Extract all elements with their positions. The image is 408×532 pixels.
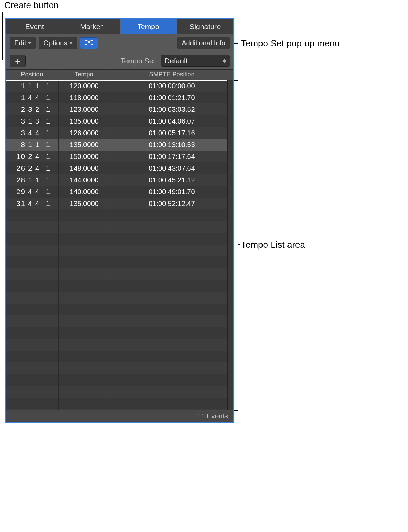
cell-smpte: 01:00:17:17.64 <box>110 153 233 161</box>
edit-menu[interactable]: Edit <box>10 37 36 49</box>
cell-position: 2 3 2 <box>6 106 40 114</box>
cell-smpte: 01:00:01:21.70 <box>110 94 233 102</box>
cell-tempo: 135.0000 <box>58 141 110 149</box>
cell-position-sub: 1 <box>41 106 55 114</box>
table-row[interactable]: 29 4 41140.000001:00:49:01.70 <box>6 186 233 198</box>
additional-info-button[interactable]: Additional Info <box>177 37 230 49</box>
create-button[interactable]: ＋ <box>10 55 26 67</box>
empty-row <box>6 409 233 410</box>
callout-tempo-set-menu: Tempo Set pop-up menu <box>241 38 340 49</box>
filter-icon <box>85 39 94 47</box>
event-count: 11 Events <box>197 412 228 420</box>
tab-marker[interactable]: Marker <box>63 19 120 34</box>
empty-row <box>6 351 233 362</box>
table-row[interactable]: 8 1 11135.000001:00:13:10.53 <box>6 139 233 151</box>
edit-menu-label: Edit <box>14 39 26 47</box>
table-row[interactable]: 3 1 31135.000001:00:04:06.07 <box>6 115 233 127</box>
empty-row <box>6 292 233 304</box>
tab-event[interactable]: Event <box>6 19 63 34</box>
cell-position: 28 1 1 <box>6 176 40 184</box>
table-row[interactable]: 31 4 41135.000001:00:52:12.47 <box>6 198 233 209</box>
cell-position: 3 1 3 <box>6 117 40 125</box>
column-header: Position Tempo SMPTE Position <box>6 70 233 80</box>
cell-position-sub: 1 <box>41 94 55 102</box>
callout-create-button: Create button <box>4 0 59 11</box>
cell-tempo: 148.0000 <box>58 164 110 172</box>
plus-icon: ＋ <box>13 56 22 65</box>
empty-row <box>6 386 233 398</box>
empty-row <box>6 245 233 256</box>
cell-tempo: 126.0000 <box>58 129 110 137</box>
cell-tempo: 135.0000 <box>58 117 110 125</box>
empty-row <box>6 209 233 221</box>
cell-smpte: 01:00:04:06.07 <box>110 117 233 125</box>
table-row[interactable]: 10 2 41150.000001:00:17:17.64 <box>6 151 233 162</box>
cell-tempo: 140.0000 <box>58 188 110 196</box>
cell-position: 29 4 4 <box>6 188 40 196</box>
empty-row <box>6 362 233 374</box>
cell-position-sub: 1 <box>41 117 55 125</box>
empty-row <box>6 304 233 315</box>
tempo-set-bar: ＋ Tempo Set: Default <box>6 52 233 70</box>
updown-arrows-icon <box>223 59 226 63</box>
toolbar: Edit Options Additional Info <box>6 34 233 52</box>
cell-smpte: 01:00:43:07.64 <box>110 164 233 172</box>
cell-tempo: 118.0000 <box>58 94 110 102</box>
scrollbar[interactable] <box>227 80 233 410</box>
additional-info-label: Additional Info <box>181 39 225 47</box>
cell-position-sub: 1 <box>41 82 55 90</box>
empty-row <box>6 256 233 268</box>
empty-row <box>6 339 233 351</box>
cell-position-sub: 1 <box>41 129 55 137</box>
cell-position: 8 1 1 <box>6 141 40 149</box>
table-row[interactable]: 3 4 41126.000001:00:05:17.16 <box>6 127 233 139</box>
tab-signature[interactable]: Signature <box>177 19 233 34</box>
cell-smpte: 01:00:03:03.52 <box>110 106 233 114</box>
cell-position-sub: 1 <box>41 176 55 184</box>
col-tempo[interactable]: Tempo <box>58 70 110 80</box>
chevron-down-icon <box>69 42 73 44</box>
table-row[interactable]: 2 3 21123.000001:00:03:03.52 <box>6 103 233 115</box>
callout-tempo-list-area: Tempo List area <box>241 240 305 250</box>
table-row[interactable]: 26 2 41148.000001:00:43:07.64 <box>6 162 233 174</box>
options-menu-label: Options <box>43 39 67 47</box>
empty-row <box>6 374 233 386</box>
options-menu[interactable]: Options <box>39 37 77 49</box>
cell-tempo: 123.0000 <box>58 106 110 114</box>
cell-position-sub: 1 <box>41 164 55 172</box>
tempo-set-popup[interactable]: Default <box>161 55 230 67</box>
cell-position: 31 4 4 <box>6 200 40 208</box>
col-position[interactable]: Position <box>6 70 58 80</box>
cell-smpte: 01:00:05:17.16 <box>110 129 233 137</box>
tab-tempo[interactable]: Tempo <box>120 19 177 34</box>
empty-row <box>6 233 233 245</box>
cell-tempo: 150.0000 <box>58 153 110 161</box>
cell-smpte: 01:00:00:00.00 <box>110 82 233 90</box>
cell-position-sub: 1 <box>41 141 55 149</box>
col-smpte[interactable]: SMPTE Position <box>110 70 233 80</box>
table-row[interactable]: 1 1 11120.000001:00:00:00.00 <box>6 80 233 92</box>
empty-row <box>6 280 233 292</box>
cell-position-sub: 1 <box>41 188 55 196</box>
table-row[interactable]: 28 1 11144.000001:00:45:21.12 <box>6 174 233 186</box>
cell-position-sub: 1 <box>41 200 55 208</box>
cell-smpte: 01:00:52:12.47 <box>110 200 233 208</box>
cell-position: 26 2 4 <box>6 164 40 172</box>
tempo-set-value: Default <box>165 57 188 65</box>
cell-position: 3 4 4 <box>6 129 40 137</box>
cell-tempo: 144.0000 <box>58 176 110 184</box>
tabs-bar: Event Marker Tempo Signature <box>6 19 233 34</box>
empty-row <box>6 268 233 280</box>
tempo-list-window: Event Marker Tempo Signature Edit Option… <box>5 18 234 423</box>
cell-position: 1 1 1 <box>6 82 40 90</box>
empty-row <box>6 327 233 339</box>
cell-smpte: 01:00:13:10.53 <box>110 141 233 149</box>
footer: 11 Events <box>6 410 233 422</box>
tempo-set-label: Tempo Set: <box>121 57 157 65</box>
catch-filter-button[interactable] <box>80 37 98 49</box>
cell-smpte: 01:00:49:01.70 <box>110 188 233 196</box>
cell-position: 10 2 4 <box>6 153 40 161</box>
table-row[interactable]: 1 4 41118.000001:00:01:21.70 <box>6 92 233 103</box>
tempo-list-area[interactable]: 1 1 11120.000001:00:00:00.001 4 41118.00… <box>6 80 233 410</box>
empty-row <box>6 221 233 233</box>
